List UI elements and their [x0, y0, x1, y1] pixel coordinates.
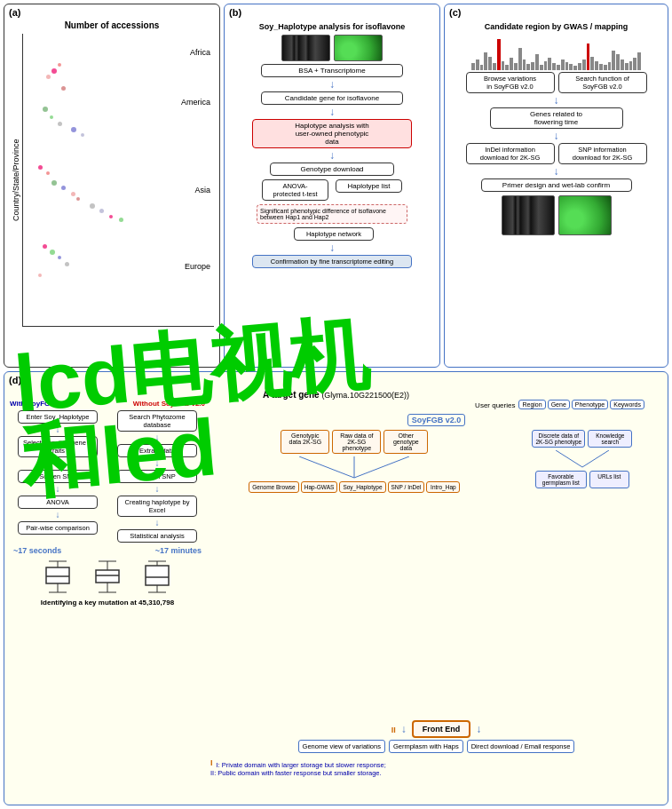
- arrow3: ↓: [230, 150, 434, 161]
- region-africa: Africa: [190, 48, 210, 57]
- gwas-bar: [548, 58, 551, 70]
- query-keywords: Keywords: [610, 400, 644, 409]
- arrow-c3: ↓: [450, 166, 662, 177]
- panel-d-inner: With SoyFGB v2.0 Without SoyFGB v2.0 Ent…: [10, 400, 662, 777]
- gwas-bar: [573, 66, 577, 70]
- gwas-bar: [544, 61, 548, 70]
- d-left-cols: Enter Soy_Haplotype ↓ Select targeting g…: [10, 410, 205, 543]
- output-download: Direct download / Email response: [467, 740, 575, 753]
- gwas-bar: [637, 52, 641, 70]
- d-left-col1: Enter Soy_Haplotype ↓ Select targeting g…: [10, 410, 106, 543]
- note-ii: II: Public domain with faster response b…: [210, 769, 662, 777]
- panel-c-title: Candidate region by GWAS / mapping: [450, 22, 662, 31]
- scatter-dot: [46, 171, 50, 175]
- panel-d-label: (d): [9, 375, 21, 385]
- gwas-bar: [595, 61, 598, 70]
- scatter-dot: [38, 274, 42, 277]
- output-germplasm: Germplasm with Haps: [389, 740, 463, 753]
- d-right-inner: Genotypic data 2K-SG Raw data of 2K-SG p…: [210, 430, 662, 717]
- flow-haplist: Haplotype list: [336, 179, 402, 193]
- gwas-bar: [599, 64, 603, 70]
- y-axis-label: Country/State/Province: [10, 34, 22, 327]
- svg-line-15: [299, 456, 354, 478]
- gwas-bar: [625, 63, 629, 70]
- gwas-bar: [471, 63, 475, 70]
- connector-svg: [274, 456, 434, 479]
- scatter-dot: [90, 203, 95, 209]
- gwas-bar: [510, 58, 513, 70]
- gwas-bar: [484, 52, 487, 70]
- scatter-container: Country/State/Province Africa America As…: [10, 34, 214, 327]
- arrow-d2: ↓: [56, 459, 60, 468]
- note-i: I: Private domain with larger storage bu…: [217, 761, 386, 769]
- gwas-chart: [471, 35, 641, 70]
- gwas-bar: [604, 65, 607, 70]
- svg-line-17: [354, 456, 409, 478]
- arrow-d5: ↓: [155, 433, 160, 442]
- step-select: Select targeting gene & traits: [18, 436, 98, 457]
- panel-a-label: (a): [9, 7, 20, 18]
- gwas-bar: [476, 59, 479, 70]
- gwas-bar: [540, 65, 543, 70]
- scatter-dot: [43, 244, 47, 249]
- query-phenotype: Phenotype: [572, 400, 608, 409]
- region-america: America: [181, 98, 210, 107]
- gwas-bar: [561, 59, 565, 70]
- gwas-bar: [497, 39, 501, 70]
- panel-d-left: With SoyFGB v2.0 Without SoyFGB v2.0 Ent…: [10, 400, 205, 777]
- func-urls: URLs list: [589, 471, 629, 488]
- svg-line-19: [582, 450, 609, 467]
- arrow-down-out: ↓: [476, 724, 481, 734]
- roman-i: I: [210, 758, 213, 767]
- func-genome: Genome Browse: [249, 481, 298, 493]
- flow-anova: ANOVA-protected t-test: [262, 179, 328, 201]
- gwas-bar: [578, 63, 581, 70]
- flow-candidate: Candidate gene for isoflavone: [261, 91, 403, 105]
- gwas-bar: [608, 62, 612, 70]
- region-asia: Asia: [194, 186, 210, 194]
- func-favorable: Favorable germplasm list: [535, 471, 587, 488]
- arrow-down-fe: ↓: [401, 724, 407, 734]
- panel-d-title: A target gene: [263, 390, 320, 400]
- gwas-bar: [621, 59, 624, 70]
- step-screen-snp1: Screen SNP: [18, 470, 98, 483]
- flow-row-2: InDel informationdownload for 2K-SG SNP …: [450, 143, 662, 164]
- flow-genes: Genes related toflowering time: [490, 107, 623, 129]
- scatter-dot: [43, 107, 48, 112]
- gwas-bar: [612, 51, 615, 70]
- step-anova: ANOVA: [18, 496, 98, 509]
- flow-browse: Browse variationsin SoyFGB v2.0: [466, 72, 555, 93]
- scatter-dot: [58, 122, 62, 126]
- gwas-bar: [535, 54, 539, 70]
- gwas-bar: [587, 44, 590, 70]
- arrow-d7: ↓: [155, 485, 160, 494]
- step-search: Search Phytozome database: [117, 410, 197, 432]
- scatter-dot: [51, 68, 57, 74]
- sig-subpanel: Significant phenotypic difference of iso…: [257, 204, 407, 224]
- bottom-text: Identifying a key mutation at 45,310,798: [10, 599, 205, 607]
- arrow1: ↓: [230, 79, 434, 90]
- func-snp: SNP / InDel: [388, 481, 425, 493]
- scatter-dot: [61, 86, 66, 91]
- gwas-bar: [569, 64, 573, 70]
- gwas-bar: [633, 58, 636, 70]
- scatter-dot: [61, 186, 66, 190]
- gwas-bar: [616, 54, 620, 70]
- arrow-d6: ↓: [155, 459, 160, 468]
- svg-rect-11: [146, 566, 169, 585]
- arrow-d8: ↓: [155, 519, 160, 527]
- scatter-dot: [50, 250, 55, 255]
- front-end-box: Front End: [412, 720, 471, 738]
- panel-d: (d) A target gene (Glyma.10G221500(E2)) …: [4, 371, 668, 805]
- region-europe: Europe: [185, 262, 210, 271]
- scatter-dot: [109, 215, 113, 218]
- connector-svg2: [529, 450, 636, 468]
- data-knowledge: Knowledge search: [588, 430, 632, 448]
- scatter-dot: [46, 75, 51, 79]
- output-boxes: Genome view of variations Germplasm with…: [210, 740, 662, 753]
- flow-snp: SNP informationdownload for 2K-SG: [558, 143, 647, 164]
- step-pairwise: Pair-wise comparison: [18, 521, 98, 535]
- boxplot-area: [10, 557, 205, 597]
- scatter-dot: [50, 115, 53, 119]
- with-soyfgb-label: With SoyFGB v2.0: [10, 400, 71, 408]
